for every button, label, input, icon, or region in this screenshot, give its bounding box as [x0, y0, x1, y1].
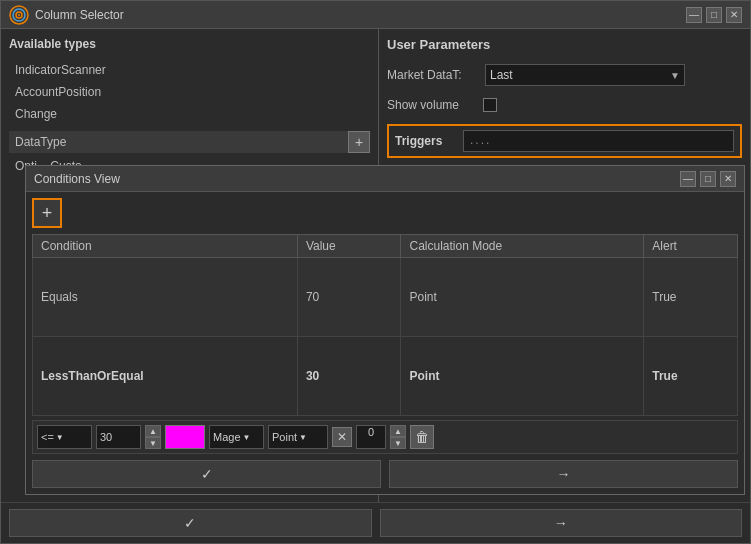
- edit-condition-row: <= ▼ 30 ▲ ▼ Mage ▼ Point ▼: [32, 420, 738, 454]
- mode-dropdown[interactable]: Point ▼: [268, 425, 328, 449]
- value-field[interactable]: 30: [96, 425, 141, 449]
- mage-dropdown[interactable]: Mage ▼: [209, 425, 264, 449]
- delete-button[interactable]: 🗑: [410, 425, 434, 449]
- market-data-label: Market DataT:: [387, 68, 477, 82]
- bottom-bar: ✓ →: [1, 502, 750, 543]
- mode-cell: Point: [401, 337, 644, 416]
- user-parameters-title: User Parameters: [387, 37, 742, 52]
- triggers-row: Triggers ....: [387, 124, 742, 158]
- chevron-down-icon: ▼: [243, 433, 251, 442]
- alert-cell: True: [644, 258, 738, 337]
- alert-col-header: Alert: [644, 235, 738, 258]
- app-logo-icon: [9, 5, 29, 25]
- title-bar: Column Selector — □ ✕: [1, 1, 750, 29]
- value-col-header: Value: [297, 235, 401, 258]
- svg-point-3: [18, 14, 20, 16]
- conditions-minimize-button[interactable]: —: [680, 171, 696, 187]
- title-bar-left: Column Selector: [9, 5, 124, 25]
- conditions-confirm-button[interactable]: ✓: [32, 460, 381, 488]
- conditions-table: Condition Value Calculation Mode Alert E…: [32, 234, 738, 416]
- show-volume-checkbox[interactable]: [483, 98, 497, 112]
- table-row[interactable]: Equals 70 Point True: [33, 258, 738, 337]
- spin-up-button[interactable]: ▲: [145, 425, 161, 437]
- condition-cell: Equals: [33, 258, 298, 337]
- conditions-window-title: Conditions View: [34, 172, 120, 186]
- condition-cell: LessThanOrEqual: [33, 337, 298, 416]
- chevron-down-icon: ▼: [670, 70, 680, 81]
- market-data-dropdown[interactable]: Last ▼: [485, 64, 685, 86]
- title-bar-controls: — □ ✕: [686, 7, 742, 23]
- list-item[interactable]: DataType: [9, 131, 348, 153]
- show-volume-label: Show volume: [387, 98, 477, 112]
- table-row[interactable]: LessThanOrEqual 30 Point True: [33, 337, 738, 416]
- add-datatype-button[interactable]: +: [348, 131, 370, 153]
- alert-spin-down-button[interactable]: ▼: [390, 437, 406, 449]
- close-button[interactable]: ✕: [726, 7, 742, 23]
- conditions-view-window: Conditions View — □ ✕ + Condition Value …: [25, 165, 745, 495]
- conditions-title-bar: Conditions View — □ ✕: [26, 166, 744, 192]
- alert-cell: True: [644, 337, 738, 416]
- show-volume-row: Show volume: [387, 98, 742, 112]
- add-condition-button[interactable]: +: [32, 198, 62, 228]
- market-data-row: Market DataT: Last ▼: [387, 64, 742, 86]
- minimize-button[interactable]: —: [686, 7, 702, 23]
- alert-spinner[interactable]: ▲ ▼: [390, 425, 406, 449]
- next-button[interactable]: →: [380, 509, 743, 537]
- maximize-button[interactable]: □: [706, 7, 722, 23]
- operator-dropdown[interactable]: <= ▼: [37, 425, 92, 449]
- list-item[interactable]: IndicatorScanner: [9, 59, 370, 81]
- datatype-row: DataType +: [9, 129, 370, 155]
- spin-down-button[interactable]: ▼: [145, 437, 161, 449]
- clear-button[interactable]: ✕: [332, 427, 352, 447]
- mode-cell: Point: [401, 258, 644, 337]
- list-item[interactable]: Change: [9, 103, 370, 125]
- conditions-body: + Condition Value Calculation Mode Alert…: [26, 192, 744, 494]
- list-item[interactable]: AccountPosition: [9, 81, 370, 103]
- condition-col-header: Condition: [33, 235, 298, 258]
- value-cell: 30: [297, 337, 401, 416]
- value-spinner[interactable]: ▲ ▼: [145, 425, 161, 449]
- confirm-button[interactable]: ✓: [9, 509, 372, 537]
- chevron-down-icon: ▼: [299, 433, 307, 442]
- conditions-maximize-button[interactable]: □: [700, 171, 716, 187]
- alert-spin-up-button[interactable]: ▲: [390, 425, 406, 437]
- triggers-input[interactable]: ....: [463, 130, 734, 152]
- conditions-controls: — □ ✕: [680, 171, 736, 187]
- value-cell: 70: [297, 258, 401, 337]
- chevron-down-icon: ▼: [56, 433, 64, 442]
- color-picker[interactable]: [165, 425, 205, 449]
- calc-mode-col-header: Calculation Mode: [401, 235, 644, 258]
- conditions-bottom-bar: ✓ →: [32, 454, 738, 488]
- window-title: Column Selector: [35, 8, 124, 22]
- triggers-label: Triggers: [395, 134, 455, 148]
- conditions-next-button[interactable]: →: [389, 460, 738, 488]
- alert-value-input[interactable]: 0: [356, 425, 386, 449]
- available-types-title: Available types: [9, 37, 370, 51]
- conditions-close-button[interactable]: ✕: [720, 171, 736, 187]
